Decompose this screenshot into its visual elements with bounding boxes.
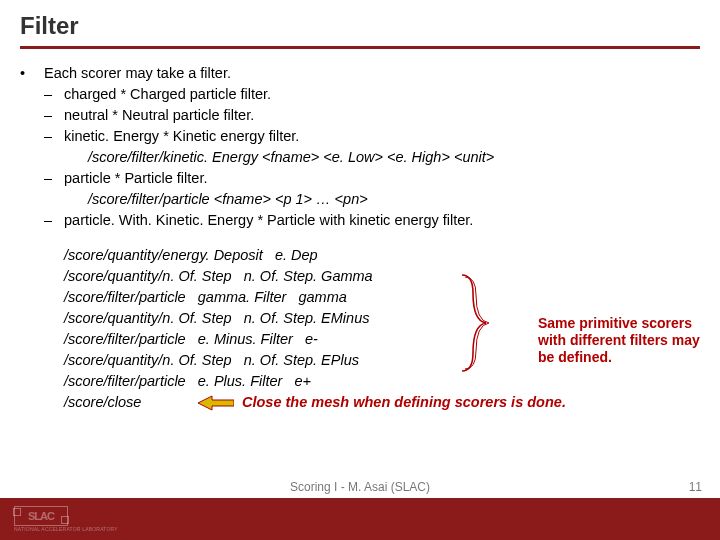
brace-icon (459, 273, 489, 373)
example-line: /score/quantity/energy. Deposit e. Dep (64, 245, 700, 266)
slide-title: Filter (20, 12, 700, 49)
annotation-close: Close the mesh when defining scorers is … (242, 392, 566, 413)
bullet-main: Each scorer may take a filter. (44, 63, 700, 84)
example-line: /score/filter/particle e. Plus. Filter e… (64, 371, 700, 392)
bullet-mark: • (20, 63, 44, 84)
svg-marker-0 (198, 396, 234, 410)
example-line: /score/quantity/n. Of. Step n. Of. Step.… (64, 266, 700, 287)
dash-item: neutral * Neutral particle filter. (64, 105, 700, 126)
logo-text: SLAC (14, 506, 68, 526)
example-close-line: /score/close (64, 392, 194, 413)
dash-mark: – (44, 105, 64, 126)
footer-bar: SLAC NATIONAL ACCELERATOR LABORATORY (0, 498, 720, 540)
slac-logo: SLAC NATIONAL ACCELERATOR LABORATORY (14, 506, 118, 532)
dash-item: particle. With. Kinetic. Energy * Partic… (64, 210, 700, 231)
dash-mark: – (44, 126, 64, 147)
lab-text: NATIONAL ACCELERATOR LABORATORY (14, 526, 118, 532)
example-line: /score/filter/particle gamma. Filter gam… (64, 287, 700, 308)
dash-mark: – (44, 84, 64, 105)
dash-command: /score/filter/kinetic. Energy <fname> <e… (88, 147, 700, 168)
dash-mark: – (44, 210, 64, 231)
annotation-brace-text: Same primitive scorers with different fi… (538, 315, 708, 365)
dash-mark: – (44, 168, 64, 189)
dash-item: particle * Particle filter. (64, 168, 700, 189)
dash-item: charged * Charged particle filter. (64, 84, 700, 105)
page-number: 11 (689, 480, 702, 494)
arrow-left-icon (198, 394, 234, 412)
dash-command: /score/filter/particle <fname> <p 1> … <… (88, 189, 700, 210)
dash-item: kinetic. Energy * Kinetic energy filter. (64, 126, 700, 147)
footer-center-text: Scoring I - M. Asai (SLAC) (290, 480, 430, 494)
